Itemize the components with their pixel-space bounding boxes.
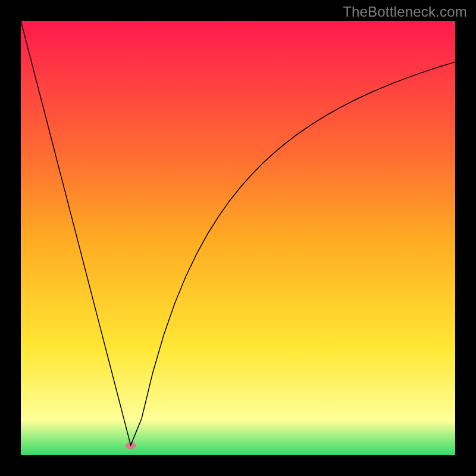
watermark-link[interactable]: TheBottleneck.com (343, 4, 467, 20)
plot-svg (21, 21, 455, 455)
plot-area (21, 21, 455, 455)
chart-frame: TheBottleneck.com (0, 0, 476, 476)
gradient-background (21, 21, 455, 455)
